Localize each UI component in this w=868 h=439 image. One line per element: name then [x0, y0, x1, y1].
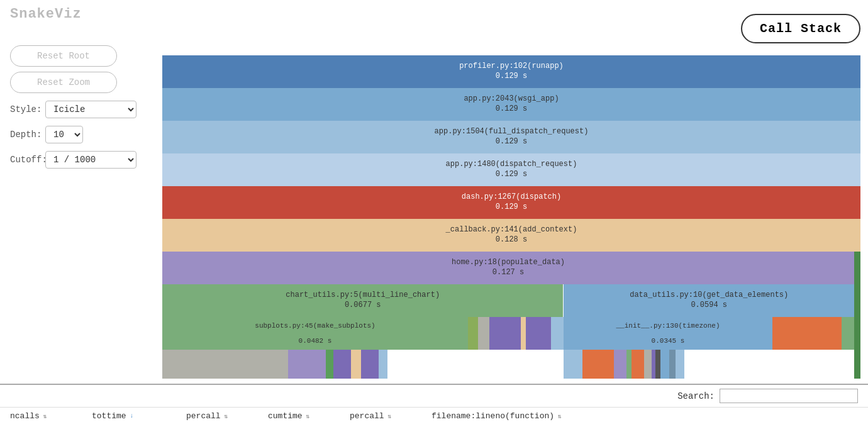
col-header-ncalls[interactable]: ncalls ⇅: [10, 408, 92, 425]
sub-timezone[interactable]: __init__.py:130(timezone) 0.0345 s: [564, 317, 772, 350]
bar-row-7[interactable]: home.py:18(populate_data)0.127 s: [162, 252, 854, 284]
mini-left: [162, 350, 564, 379]
app-logo: SnakeViz: [10, 6, 82, 22]
cutoff-select[interactable]: 1 / 1000 1 / 100 1 / 10: [45, 151, 136, 169]
bar-label-4: app.py:1480(dispatch_request)0.129 s: [446, 160, 577, 179]
sub-row-right-section: __init__.py:130(timezone) 0.0345 s: [564, 317, 854, 350]
mini-r-dark: [655, 350, 660, 379]
sort-icon-ncalls: ⇅: [43, 413, 47, 420]
bar-label-2: app.py:2043(wsgi_app)0.129 s: [464, 94, 559, 114]
mini-r-green: [626, 350, 632, 379]
right-accent-split: [854, 284, 860, 317]
bar-row-2[interactable]: app.py:2043(wsgi_app)0.129 s: [162, 88, 860, 121]
bar-label-3: app.py:1504(full_dispatch_request)0.129 …: [435, 127, 589, 147]
depth-label: Depth:: [10, 130, 40, 140]
style-label: Style:: [10, 104, 40, 114]
seg-green-r: [842, 317, 854, 350]
seg-purple-tiny2: [526, 317, 551, 350]
mini-r-orange2: [632, 350, 644, 379]
col-header-filename[interactable]: filename:lineno(function) ⇅: [431, 408, 858, 425]
sub-row-left-section: subplots.py:45(make_subplots) 0.0482 s: [162, 317, 564, 350]
split-right-label: data_utils.py:10(get_data_elements)0.059…: [630, 291, 788, 310]
search-label: Search:: [677, 391, 715, 401]
bar-label-7: home.py:18(populate_data)0.127 s: [452, 258, 565, 277]
reset-zoom-button[interactable]: Reset Zoom: [10, 72, 117, 93]
depth-control: Depth: 10 5 15 20: [10, 126, 136, 143]
column-headers: ncalls ⇅ tottime ↓ percall ⇅ cumtime ⇅ p…: [0, 407, 868, 425]
mini-r-blue2: [660, 350, 669, 379]
visualization-area: profiler.py:102(runapp)0.129 s app.py:20…: [162, 55, 860, 382]
mini-r-orange1: [582, 350, 614, 379]
mini-green: [326, 350, 333, 379]
bar-label-6: _callback.py:141(add_context)0.128 s: [446, 225, 577, 245]
seg-purple-tiny: [489, 317, 521, 350]
col-header-tottime[interactable]: tottime ↓: [92, 408, 186, 425]
bar-label-1: profiler.py:102(runapp)0.129 s: [459, 62, 564, 81]
sort-icon-filename: ⇅: [558, 413, 562, 420]
mini-purple2: [361, 350, 379, 379]
search-input[interactable]: [720, 389, 858, 403]
mini-r-lavender: [614, 350, 626, 379]
seg-blue-tiny: [551, 317, 564, 350]
sort-icon-percall2: ⇅: [388, 413, 392, 420]
col-header-cumtime[interactable]: cumtime ⇅: [268, 408, 350, 425]
mini-r-blue: [564, 350, 582, 379]
sort-icon-percall: ⇅: [225, 413, 228, 420]
sub-row: subplots.py:45(make_subplots) 0.0482 s _…: [162, 317, 860, 350]
mini-tan: [351, 350, 361, 379]
mini-row: [162, 350, 860, 379]
controls-panel: Reset Root Reset Zoom Style: Icicle Sunb…: [10, 45, 136, 169]
mini-r-gray: [644, 350, 652, 379]
seg-green-tiny: [468, 317, 478, 350]
mini-right: [564, 350, 854, 379]
style-select[interactable]: Icicle Sunburst: [45, 101, 136, 118]
sort-icon-tottime: ↓: [130, 413, 134, 420]
bar-row-1[interactable]: profiler.py:102(runapp)0.129 s: [162, 55, 860, 88]
cutoff-label: Cutoff:: [10, 155, 40, 165]
mini-gray: [162, 350, 288, 379]
right-accent-mini: [854, 350, 860, 379]
mini-lavender: [288, 350, 326, 379]
bar-row-4[interactable]: app.py:1480(dispatch_request)0.129 s: [162, 153, 860, 186]
bar-row-7-container[interactable]: home.py:18(populate_data)0.127 s: [162, 252, 860, 284]
call-stack-button[interactable]: Call Stack: [741, 14, 860, 43]
cutoff-control: Cutoff: 1 / 1000 1 / 100 1 / 10: [10, 151, 136, 169]
seg-tan-tiny: [521, 317, 526, 350]
seg-orange-r2: [791, 317, 842, 350]
split-left[interactable]: chart_utils.py:5(multi_line_chart)0.0677…: [162, 284, 564, 317]
right-accent-bar-7: [854, 252, 860, 284]
bar-label-5: dash.py:1267(dispatch)0.129 s: [462, 192, 561, 212]
bar-row-3[interactable]: app.py:1504(full_dispatch_request)0.129 …: [162, 121, 860, 153]
table-footer: Search: ncalls ⇅ tottime ↓ percall ⇅ cum…: [0, 384, 868, 439]
split-row: chart_utils.py:5(multi_line_chart)0.0677…: [162, 284, 860, 317]
mini-blue: [379, 350, 387, 379]
sort-icon-cumtime: ⇅: [306, 413, 310, 420]
mini-purple: [333, 350, 351, 379]
col-header-percall2[interactable]: percall ⇅: [350, 408, 431, 425]
seg-gray-tiny: [478, 317, 489, 350]
seg-orange-r: [772, 317, 791, 350]
split-right[interactable]: data_utils.py:10(get_data_elements)0.059…: [564, 284, 854, 317]
bar-row-6[interactable]: _callback.py:141(add_context)0.128 s: [162, 219, 860, 252]
col-header-percall[interactable]: percall ⇅: [186, 408, 268, 425]
mini-r-steel: [669, 350, 676, 379]
split-left-label: chart_utils.py:5(multi_line_chart)0.0677…: [286, 291, 440, 310]
reset-root-button[interactable]: Reset Root: [10, 45, 117, 67]
style-control: Style: Icicle Sunburst: [10, 101, 136, 118]
bar-row-5[interactable]: dash.py:1267(dispatch)0.129 s: [162, 186, 860, 219]
mini-r-blue3: [676, 350, 684, 379]
sub-make-subplots[interactable]: subplots.py:45(make_subplots) 0.0482 s: [162, 317, 468, 350]
search-row: Search:: [0, 385, 868, 407]
depth-select[interactable]: 10 5 15 20: [45, 126, 83, 143]
right-accent-sub: [854, 317, 860, 350]
